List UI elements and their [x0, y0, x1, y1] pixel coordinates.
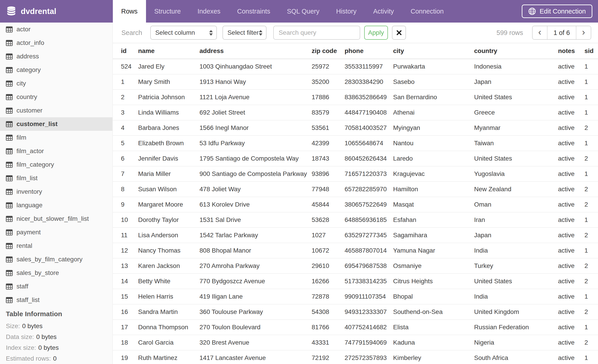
table-row[interactable]: 7Maria Miller900 Santiago de Compostela … [113, 166, 598, 182]
apply-button[interactable]: Apply [364, 26, 388, 40]
sidebar-item-actor[interactable]: actor [0, 23, 112, 36]
sidebar-item-city[interactable]: city [0, 77, 112, 90]
prev-page-button[interactable]: ‹ [532, 26, 547, 39]
cell-phone: 695479687538 [345, 262, 393, 269]
cell-city: Citrus Heights [393, 278, 474, 285]
cell-sid: 1 [584, 170, 598, 178]
column-header-city[interactable]: city [393, 47, 474, 55]
column-header-zip-code[interactable]: zip code [312, 47, 345, 55]
cell-phone: 949312333307 [345, 308, 393, 315]
column-header-notes[interactable]: notes [558, 47, 584, 55]
sidebar-item-label: film_list [17, 175, 37, 182]
table-row[interactable]: 12Nancy Thomas808 Bhopal Manor1067246588… [113, 243, 598, 259]
sidebar-item-sales-by-film-category[interactable]: sales_by_film_category [0, 253, 112, 266]
tab-activity[interactable]: Activity [365, 0, 402, 23]
cell-notes: active [558, 278, 584, 285]
sidebar-item-label: category [17, 66, 41, 73]
table-row[interactable]: 2Patricia Johnson1121 Loja Avenue1788683… [113, 90, 598, 105]
table-icon [6, 270, 13, 276]
tab-constraints[interactable]: Constraints [229, 0, 279, 23]
table-icon [6, 67, 13, 73]
table-row[interactable]: 6Jennifer Davis1795 Santiago de Composte… [113, 151, 598, 166]
sidebar-item-inventory[interactable]: inventory [0, 185, 112, 198]
cell-sid: 1 [584, 216, 598, 224]
cell-phone: 635297277345 [345, 232, 393, 239]
table-row[interactable]: 10Dorothy Taylor1531 Sal Drive5362864885… [113, 212, 598, 228]
table-icon [6, 297, 13, 303]
sidebar-item-label: payment [17, 229, 41, 236]
sidebar-item-staff[interactable]: staff [0, 280, 112, 293]
sidebar-item-nicer-but-slower-film-list[interactable]: nicer_but_slower_film_list [0, 212, 112, 226]
sidebar-item-rental[interactable]: rental [0, 239, 112, 253]
sidebar-item-customer[interactable]: customer [0, 104, 112, 117]
cell-name: Linda Williams [138, 109, 199, 116]
sidebar-item-category[interactable]: category [0, 63, 112, 77]
table-icon [6, 202, 13, 208]
sidebar-item-film-actor[interactable]: film_actor [0, 144, 112, 158]
clear-search-button[interactable] [392, 26, 406, 40]
column-header-name[interactable]: name [138, 47, 199, 55]
table-row[interactable]: 524Jared Ely1003 Qinhuangdao Street25972… [113, 59, 598, 74]
sidebar-item-address[interactable]: address [0, 50, 112, 63]
up-down-stepper-icon [209, 30, 213, 36]
table-row[interactable]: 15Helen Harris419 Iligan Lane72878990911… [113, 289, 598, 304]
table-row[interactable]: 1Mary Smith1913 Hanoi Way352002830338429… [113, 74, 598, 90]
cell-zip-code: 93896 [312, 170, 345, 178]
sidebar-item-film-category[interactable]: film_category [0, 158, 112, 171]
sidebar-item-film-list[interactable]: film_list [0, 171, 112, 185]
sidebar-item-sales-by-store[interactable]: sales_by_store [0, 266, 112, 280]
table-row[interactable]: 18Carol Garcia320 Brest Avenue4333174779… [113, 335, 598, 350]
cell-address: 1121 Loja Avenue [199, 94, 312, 101]
table-row[interactable]: 14Betty White770 Bydgoszcz Avenue1626651… [113, 274, 598, 289]
sidebar-item-actor-info[interactable]: actor_info [0, 36, 112, 50]
tab-rows[interactable]: Rows [113, 0, 146, 23]
column-header-country[interactable]: country [474, 47, 558, 55]
sidebar-item-label: city [17, 80, 26, 87]
table-row[interactable]: 3Linda Williams692 Joliet Street83579448… [113, 105, 598, 121]
table-row[interactable]: 11Lisa Anderson1542 Tarlac Parkway102763… [113, 228, 598, 243]
column-header-address[interactable]: address [199, 47, 312, 55]
table-row[interactable]: 9Margaret Moore613 Korolev Drive45844380… [113, 197, 598, 212]
search-query-input[interactable] [273, 26, 360, 40]
tab-history[interactable]: History [328, 0, 365, 23]
cell-zip-code: 77948 [312, 186, 345, 193]
cell-country: Myanmar [474, 124, 558, 131]
tab-indexes[interactable]: Indexes [189, 0, 229, 23]
sidebar-item-film[interactable]: film [0, 131, 112, 144]
tab-structure[interactable]: Structure [146, 0, 189, 23]
table-row[interactable]: 19Ruth Martinez1417 Lancaster Avenue7219… [113, 350, 598, 364]
sidebar-item-country[interactable]: country [0, 90, 112, 104]
table-icon [6, 135, 13, 141]
edit-connection-button[interactable]: Edit Connection [522, 5, 592, 18]
table-icon [6, 53, 13, 60]
tab-connection[interactable]: Connection [402, 0, 452, 23]
cell-country: United States [474, 94, 558, 101]
sidebar-item-payment[interactable]: payment [0, 226, 112, 239]
cell-phone: 990911107354 [345, 293, 393, 300]
tab-sql-query[interactable]: SQL Query [278, 0, 328, 23]
column-header-sid[interactable]: sid [584, 47, 598, 55]
cell-name: Jennifer Davis [138, 155, 199, 162]
cell-sid: 2 [584, 262, 598, 269]
table-row[interactable]: 13Karen Jackson270 Amroha Parkway2961069… [113, 259, 598, 274]
data-grid: idnameaddresszip codephonecitycountrynot… [113, 43, 598, 364]
sidebar-item-language[interactable]: language [0, 198, 112, 212]
table-row[interactable]: 8Susan Wilson478 Joliet Way7794865728228… [113, 182, 598, 197]
table-row[interactable]: 17Donna Thompson270 Toulon Boulevard8176… [113, 320, 598, 335]
table-row[interactable]: 4Barbara Jones1566 Inegl Manor5356170581… [113, 121, 598, 136]
filter-select[interactable]: Select filter [223, 26, 266, 40]
cell-city: Bhopal [393, 293, 474, 300]
table-information-lines: Size:0 bytesData size:0 bytesIndex size:… [6, 321, 112, 364]
cell-country: Yugoslavia [474, 170, 558, 178]
sidebar-item-label: actor [17, 26, 31, 33]
column-select[interactable]: Select column [150, 26, 217, 40]
table-info-estimated-rows: Estimated rows:0 [6, 353, 112, 364]
cell-phone: 517338314235 [345, 278, 393, 285]
sidebar-item-staff-list[interactable]: staff_list [0, 293, 112, 307]
sidebar-item-customer-list[interactable]: customer_list [0, 117, 112, 131]
table-row[interactable]: 5Elizabeth Brown53 Idfu Parkway423991065… [113, 136, 598, 151]
next-page-button[interactable]: › [576, 26, 591, 39]
table-row[interactable]: 16Sandra Martin360 Toulouse Parkway54308… [113, 304, 598, 320]
column-header-id[interactable]: id [121, 47, 138, 55]
column-header-phone[interactable]: phone [345, 47, 393, 55]
